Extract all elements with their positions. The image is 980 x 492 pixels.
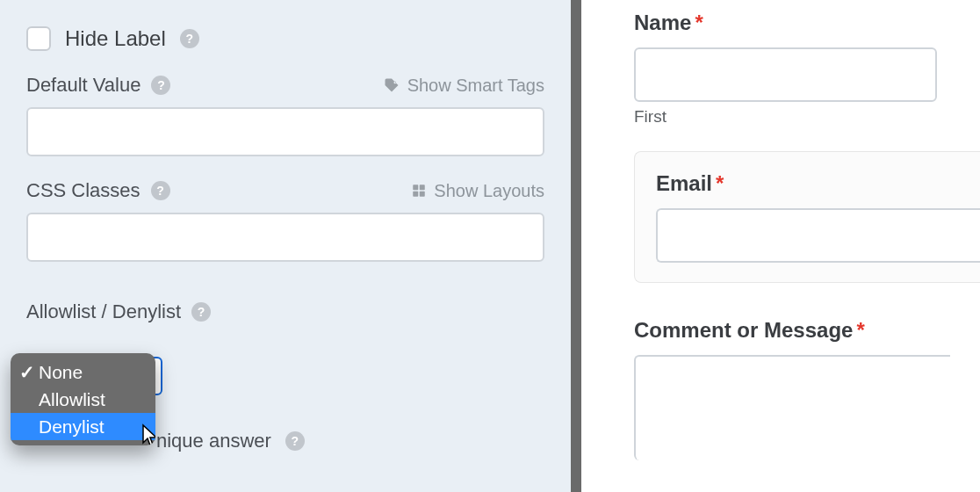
allow-deny-option-denylist[interactable]: Denylist xyxy=(11,413,155,440)
default-value-label: Default Value xyxy=(26,74,141,97)
allow-deny-option-none[interactable]: ✓ None xyxy=(11,358,155,386)
css-classes-row: CSS Classes ? Show Layouts xyxy=(26,179,544,262)
show-smart-tags-label: Show Smart Tags xyxy=(407,76,544,96)
hide-label-text: Hide Label xyxy=(65,26,166,51)
name-sublabel: First xyxy=(634,107,980,127)
allow-deny-label-wrap: Allowlist / Denylist ? xyxy=(26,300,544,323)
css-classes-label: CSS Classes xyxy=(26,179,141,202)
field-options-panel: Hide Label ? Default Value ? Show Smart … xyxy=(0,0,571,492)
show-smart-tags-button[interactable]: Show Smart Tags xyxy=(383,76,544,96)
comment-field: Comment or Message* xyxy=(634,318,980,464)
unique-answer-visible-text: nique answer xyxy=(156,430,271,452)
css-classes-header: CSS Classes ? Show Layouts xyxy=(26,179,544,202)
help-icon[interactable]: ? xyxy=(151,181,170,200)
help-icon[interactable]: ? xyxy=(151,76,170,95)
default-value-input[interactable] xyxy=(26,107,544,156)
hide-label-row: Hide Label ? xyxy=(26,26,544,51)
name-label-wrap: Name* xyxy=(634,11,980,35)
allow-deny-option-allowlist[interactable]: Allowlist xyxy=(11,386,155,413)
hide-label-checkbox[interactable] xyxy=(26,26,51,51)
name-label: Name xyxy=(634,11,691,34)
svg-rect-3 xyxy=(420,192,425,197)
comment-label-wrap: Comment or Message* xyxy=(634,318,980,343)
name-first-input[interactable] xyxy=(634,47,937,102)
option-label: None xyxy=(39,362,83,383)
show-layouts-label: Show Layouts xyxy=(434,181,544,201)
email-field-card[interactable]: Email* xyxy=(634,151,980,283)
grid-icon xyxy=(411,183,427,199)
svg-rect-2 xyxy=(414,192,419,197)
name-field: Name* First xyxy=(634,11,980,127)
required-star: * xyxy=(695,11,703,34)
form-preview-panel: Name* First Email* Comment or Message* xyxy=(581,0,980,492)
comment-textarea[interactable] xyxy=(634,355,950,460)
tag-icon xyxy=(383,76,400,94)
email-input[interactable] xyxy=(656,208,980,263)
help-icon[interactable]: ? xyxy=(285,431,305,451)
allow-deny-label: Allowlist / Denylist xyxy=(26,300,181,323)
default-value-row: Default Value ? Show Smart Tags xyxy=(26,74,544,156)
default-value-label-wrap: Default Value ? xyxy=(26,74,170,97)
allow-deny-dropdown-open: ✓ None Allowlist Denylist xyxy=(11,353,155,445)
allow-deny-options-menu: ✓ None Allowlist Denylist xyxy=(11,353,155,445)
hide-label-control: Hide Label ? xyxy=(26,26,544,51)
comment-label: Comment or Message xyxy=(634,318,853,342)
svg-rect-0 xyxy=(414,184,419,190)
option-label: Denylist xyxy=(39,416,104,438)
help-icon[interactable]: ? xyxy=(180,29,199,48)
panel-divider[interactable] xyxy=(571,0,581,492)
email-label-wrap: Email* xyxy=(656,171,980,196)
allow-deny-row: Allowlist / Denylist ? xyxy=(26,300,544,323)
email-label: Email xyxy=(656,171,712,195)
show-layouts-button[interactable]: Show Layouts xyxy=(411,181,544,201)
required-star: * xyxy=(716,171,724,195)
css-classes-input[interactable] xyxy=(26,213,544,262)
svg-rect-1 xyxy=(420,184,425,190)
option-label: Allowlist xyxy=(39,389,105,410)
checkmark-icon: ✓ xyxy=(19,362,33,383)
help-icon[interactable]: ? xyxy=(191,302,211,322)
css-classes-label-wrap: CSS Classes ? xyxy=(26,179,170,202)
default-value-header: Default Value ? Show Smart Tags xyxy=(26,74,544,97)
required-star: * xyxy=(856,318,864,342)
